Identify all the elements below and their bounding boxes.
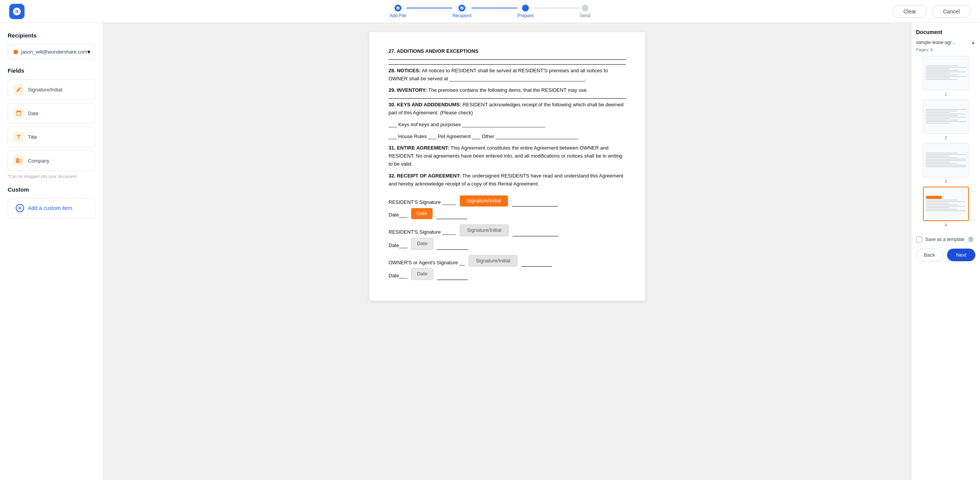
thumbnail-page-2[interactable]: [923, 99, 969, 134]
help-icon[interactable]: ?: [968, 236, 974, 242]
thumb-num-4: 4: [916, 223, 975, 227]
add-custom-label: Add a custom item: [28, 205, 72, 211]
field-date[interactable]: Date: [8, 103, 95, 124]
field-label-date: Date: [28, 111, 38, 116]
date-label-3: Date___: [389, 272, 407, 280]
tl: [926, 163, 958, 164]
tl: [926, 75, 958, 75]
checkmark-icon: [396, 6, 400, 10]
custom-section: Custom + Add a custom item: [8, 186, 95, 218]
topbar-left: [9, 4, 24, 19]
tl: [926, 201, 966, 202]
svg-point-2: [524, 7, 527, 9]
thumb-num-1: 1: [916, 92, 975, 96]
section-27-line: [389, 59, 626, 60]
section-29: 29. INVENTORY: The premises contains the…: [389, 86, 626, 94]
date-field-active[interactable]: Date: [411, 208, 432, 219]
next-button[interactable]: Next: [947, 249, 976, 261]
date-label-1: Date___: [389, 211, 407, 219]
thumb-num-3: 3: [916, 179, 975, 184]
tl: [926, 166, 966, 167]
field-label-signature: Signature/Initial: [28, 87, 62, 93]
date-row-2: Date___ Date: [389, 238, 626, 250]
step-line-1: [407, 8, 452, 8]
custom-title: Custom: [8, 186, 95, 193]
save-template-checkbox[interactable]: [916, 236, 922, 242]
date-field-ghost-2: Date: [411, 268, 433, 280]
tl: [926, 207, 950, 208]
step-dot-prepare: [522, 5, 529, 11]
collapse-icon[interactable]: ▲: [971, 40, 975, 45]
step-label-add-file: Add File: [390, 13, 407, 18]
app-logo: [9, 4, 24, 19]
rules-line: ___ House Rules ___ Pet Agreement ___ Ot…: [389, 133, 626, 141]
sig-line-1: [512, 206, 558, 207]
tl: [926, 157, 958, 158]
checkmark-icon-2: [460, 6, 464, 10]
progress-steps: Add File Recipient Prepare Send: [390, 5, 591, 18]
document-page: 27. ADDITIONS AND/OR EXCEPTIONS 28. NOTI…: [369, 32, 645, 301]
tl: [926, 123, 950, 124]
field-company[interactable]: Company: [8, 150, 95, 171]
thumb-lines-4: [924, 194, 968, 214]
tl: [926, 79, 958, 80]
step-line-2: [472, 8, 518, 8]
tl: [926, 67, 966, 68]
step-dot-recipient: [459, 5, 466, 11]
signature-field-active[interactable]: Signature/Initial: [460, 195, 508, 207]
tl: [926, 73, 950, 74]
topbar-actions: Clear Cancel: [892, 5, 971, 18]
date-line-1: [436, 219, 467, 219]
sidebar: Recipients jason_will@wondershare.com ▾ …: [0, 23, 103, 480]
step-send: Send: [580, 5, 590, 18]
section-27-heading: 27. ADDITIONS AND/OR EXCEPTIONS: [389, 47, 626, 55]
date-line-2: [437, 249, 468, 250]
field-signature[interactable]: Signature/Initial: [8, 79, 95, 100]
bottom-actions: Back Next: [916, 249, 975, 261]
thumb-lines-2: [923, 107, 969, 127]
save-template-row: Save as a template ?: [916, 233, 975, 242]
section-29-line: [389, 98, 626, 99]
document-area: 27. ADDITIONS AND/OR EXCEPTIONS 28. NOTI…: [103, 23, 911, 480]
field-label-title: Title: [28, 134, 37, 140]
resident-sig-label-1: RESIDENT'S Signature _____: [389, 199, 456, 207]
thumbnail-page-3[interactable]: [923, 143, 969, 177]
fields-title: Fields: [8, 67, 95, 74]
signature-field-ghost-1: Signature/Initial: [460, 225, 509, 236]
thumb-lines-1: [923, 63, 969, 83]
tl: [926, 200, 958, 200]
clear-button[interactable]: Clear: [892, 5, 927, 18]
back-button[interactable]: Back: [916, 249, 943, 261]
tl: [926, 70, 958, 71]
recipient-row[interactable]: jason_will@wondershare.com ▾: [8, 44, 95, 60]
section-30: 30. KEYS AND ADDDENDUMS: RESIDENT acknow…: [389, 101, 626, 117]
recipient-dot: [13, 50, 18, 54]
step-label-send: Send: [580, 13, 590, 18]
tl: [926, 78, 950, 78]
thumbnail-page-1[interactable]: [923, 56, 969, 90]
recipient-left: jason_will@wondershare.com: [13, 49, 87, 55]
tl: [926, 160, 966, 161]
cancel-button[interactable]: Cancel: [932, 5, 971, 18]
tl: [926, 156, 950, 156]
tl: [926, 118, 950, 119]
pages-label: Pages: 4: [916, 47, 975, 52]
fields-section: Fields Signature/Initial Date Title: [8, 67, 95, 179]
tl: [926, 203, 950, 203]
field-title[interactable]: Title: [8, 127, 95, 147]
thumbnail-page-4[interactable]: [923, 187, 969, 221]
thumb-lines-3: [923, 150, 969, 170]
right-panel-title: Document: [916, 29, 975, 35]
company-icon: [13, 155, 24, 166]
tl: [926, 112, 950, 113]
tl: [926, 206, 966, 207]
tl: [926, 65, 958, 66]
tl: [926, 114, 966, 114]
resident-sig-label-2: RESIDENT'S Signature _____: [389, 228, 456, 236]
date-label-2: Date___: [389, 242, 407, 250]
add-custom-button[interactable]: + Add a custom item: [8, 198, 95, 218]
tl: [926, 165, 966, 166]
sig-block-3: OWNER'S or Agent's Signature __ Signatur…: [389, 255, 626, 280]
tl: [926, 153, 958, 153]
sig-row-3: OWNER'S or Agent's Signature __ Signatur…: [389, 255, 626, 267]
